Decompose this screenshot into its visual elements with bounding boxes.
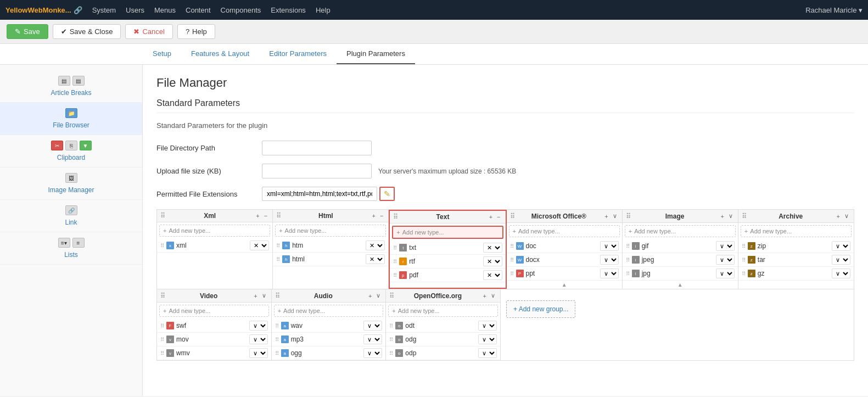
drag-handle-microsoft[interactable]: ⠿ [510, 213, 515, 220]
video-collapse-btn[interactable]: ∨ [260, 292, 268, 300]
drag-icon-gz[interactable]: ⠿ [742, 271, 746, 277]
drag-icon-htm[interactable]: ⠿ [276, 243, 280, 249]
save-button[interactable]: ✎ Save [7, 24, 48, 39]
nav-users[interactable]: Users [126, 6, 144, 14]
drag-icon-docx[interactable]: ⠿ [510, 257, 514, 263]
drag-handle-archive[interactable]: ⠿ [742, 213, 747, 220]
html-type-select[interactable]: ✕ [366, 254, 385, 264]
drag-icon-gif[interactable]: ⠿ [626, 243, 630, 249]
mov-type-select[interactable]: ∨ [249, 334, 268, 344]
microsoft-collapse-btn[interactable]: ∨ [611, 212, 619, 220]
drag-icon-wav[interactable]: ⠿ [275, 323, 279, 329]
sidebar-item-image-manager[interactable]: 🖼 Image Manager [0, 167, 142, 200]
drag-icon-pdf[interactable]: ⠿ [393, 272, 397, 278]
user-menu[interactable]: Rachael Maricle ▾ [805, 6, 863, 14]
openoffice-collapse-btn[interactable]: ∨ [489, 292, 497, 300]
save-close-button[interactable]: ✔ Save & Close [53, 24, 121, 39]
nav-components[interactable]: Components [221, 6, 261, 14]
archive-add-type[interactable]: + Add new type... [741, 225, 852, 237]
drag-icon-txt[interactable]: ⠿ [393, 245, 397, 251]
nav-help[interactable]: Help [316, 6, 331, 14]
help-button[interactable]: ? Help [177, 24, 215, 39]
file-directory-input[interactable] [262, 141, 372, 155]
nav-menus[interactable]: Menus [154, 6, 176, 14]
nav-extensions[interactable]: Extensions [271, 6, 306, 14]
html-expand-btn[interactable]: + [370, 212, 377, 220]
mp3-type-select[interactable]: ∨ [363, 334, 382, 344]
tar-type-select[interactable]: ∨ [832, 255, 850, 265]
odp-type-select[interactable]: ∨ [478, 348, 497, 358]
jpeg-type-select[interactable]: ∨ [716, 255, 735, 265]
cancel-button[interactable]: ✖ Cancel [125, 24, 172, 39]
zip-type-select[interactable]: ∨ [832, 241, 850, 251]
microsoft-expand-btn[interactable]: + [603, 212, 609, 220]
drag-handle-html[interactable]: ⠿ [276, 212, 281, 220]
archive-expand-btn[interactable]: + [835, 212, 842, 220]
sidebar-item-clipboard[interactable]: ✂ ⎘ ▼ Clipboard [0, 135, 142, 167]
openoffice-expand-btn[interactable]: + [481, 292, 488, 300]
rtf-type-select[interactable]: ✕ [483, 256, 502, 266]
doc-type-select[interactable]: ∨ [600, 241, 619, 251]
drag-icon-ppt[interactable]: ⠿ [510, 271, 514, 277]
drag-handle-audio[interactable]: ⠿ [275, 292, 280, 300]
drag-icon-odp[interactable]: ⠿ [389, 350, 393, 356]
docx-type-select[interactable]: ∨ [600, 255, 619, 265]
xml-type-select[interactable]: ✕ [250, 241, 269, 250]
drag-handle-video[interactable]: ⠿ [160, 292, 165, 300]
text-collapse-btn[interactable]: − [495, 213, 502, 221]
archive-collapse-btn[interactable]: ∨ [843, 212, 850, 220]
text-add-type[interactable]: + Add new type... [392, 226, 503, 239]
jpg-type-select[interactable]: ∨ [716, 269, 735, 278]
openoffice-add-type[interactable]: + Add new type... [388, 305, 498, 317]
drag-icon-wmv[interactable]: ⠿ [160, 350, 164, 356]
drag-handle-text[interactable]: ⠿ [393, 213, 398, 221]
html-collapse-btn[interactable]: − [378, 212, 385, 220]
html-add-type[interactable]: + Add new type... [275, 225, 386, 237]
microsoft-add-type[interactable]: + Add new type... [509, 225, 620, 237]
xml-add-type[interactable]: + Add new type... [159, 225, 270, 237]
permitted-extensions-input[interactable] [262, 187, 377, 201]
sidebar-item-file-browser[interactable]: 📁 File Browser [0, 103, 142, 135]
tab-features-layout[interactable]: Features & Layout [181, 44, 259, 64]
drag-icon-odg[interactable]: ⠿ [389, 337, 393, 343]
drag-handle-xml[interactable]: ⠿ [160, 212, 165, 220]
drag-icon-jpg[interactable]: ⠿ [626, 271, 630, 277]
image-add-type[interactable]: + Add new type... [625, 225, 736, 237]
nav-content[interactable]: Content [186, 6, 211, 14]
txt-type-select[interactable]: ✕ [483, 243, 502, 253]
sidebar-item-link[interactable]: 🔗 Link [0, 200, 142, 232]
drag-icon-html[interactable]: ⠿ [276, 256, 280, 262]
drag-icon-ogg[interactable]: ⠿ [275, 350, 279, 356]
image-collapse-btn[interactable]: ∨ [727, 212, 735, 220]
sidebar-item-lists[interactable]: ≡▾ ≡ Lists [0, 232, 142, 265]
tab-editor-parameters[interactable]: Editor Parameters [259, 44, 337, 64]
gif-type-select[interactable]: ∨ [716, 241, 735, 251]
text-expand-btn[interactable]: + [488, 213, 494, 221]
drag-icon-mp3[interactable]: ⠿ [275, 337, 279, 343]
odg-type-select[interactable]: ∨ [478, 334, 497, 344]
drag-icon-xml[interactable]: ⠿ [160, 243, 164, 249]
htm-type-select[interactable]: ✕ [366, 241, 385, 250]
drag-icon-odt[interactable]: ⠿ [389, 323, 393, 329]
drag-icon-rtf[interactable]: ⠿ [393, 259, 397, 265]
edit-extensions-button[interactable]: ✎ [379, 187, 395, 201]
swf-type-select[interactable]: ∨ [249, 321, 268, 331]
drag-icon-jpeg[interactable]: ⠿ [626, 257, 630, 263]
ogg-type-select[interactable]: ∨ [363, 348, 382, 358]
audio-expand-btn[interactable]: + [367, 292, 373, 300]
drag-handle-image[interactable]: ⠿ [626, 213, 631, 220]
drag-icon-mov[interactable]: ⠿ [160, 337, 164, 343]
drag-icon-tar[interactable]: ⠿ [742, 257, 746, 263]
pdf-type-select[interactable]: ✕ [483, 270, 502, 280]
audio-collapse-btn[interactable]: ∨ [374, 292, 382, 300]
wav-type-select[interactable]: ∨ [363, 321, 382, 331]
brand-logo[interactable]: YellowWebMonke... 🔗 [5, 6, 82, 14]
upload-size-input[interactable] [262, 164, 372, 178]
drag-icon-zip[interactable]: ⠿ [742, 243, 746, 249]
add-group-button[interactable]: + Add new group... [506, 300, 575, 318]
drag-icon-doc[interactable]: ⠿ [510, 243, 514, 249]
nav-system[interactable]: System [92, 6, 116, 14]
ppt-type-select[interactable]: ∨ [600, 269, 619, 278]
drag-handle-openoffice[interactable]: ⠿ [389, 292, 394, 300]
video-expand-btn[interactable]: + [252, 292, 259, 300]
